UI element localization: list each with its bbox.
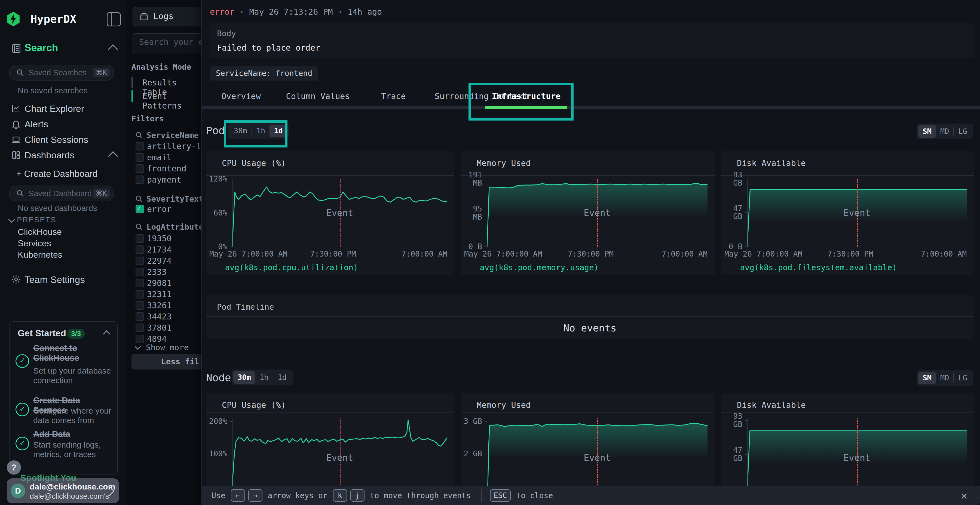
sidebar-collapse-icon[interactable]	[107, 12, 121, 26]
filter-option-label: 32311	[147, 289, 172, 299]
y-tick-label: 120%	[206, 175, 227, 183]
chevron-up-icon	[108, 44, 118, 54]
y-tick-label: 60%	[206, 209, 227, 217]
checkbox[interactable]	[135, 279, 144, 287]
filter-option[interactable]: 22974	[135, 256, 201, 266]
tab-overview[interactable]: Overview	[210, 87, 272, 106]
create-dashboard-button[interactable]: + Create Dashboard	[0, 167, 126, 182]
event-detail-panel: error · May 26 7:13:26 PM · 14h ago Body…	[202, 0, 980, 505]
source-selector-button[interactable]: Logs	[132, 7, 203, 26]
help-button[interactable]: ?	[7, 461, 21, 475]
filter-option[interactable]: frontend	[135, 163, 201, 174]
sidebar-item-alerts[interactable]: Alerts	[0, 117, 126, 132]
saved-dashboards-input[interactable]	[28, 188, 92, 199]
saved-searches-search[interactable]: ⌘K	[9, 65, 114, 81]
filter-option-label: error	[147, 204, 172, 214]
filter-option[interactable]: 21734	[135, 245, 201, 255]
node-size-lg[interactable]: LG	[954, 372, 972, 384]
pod-size-lg[interactable]: LG	[954, 125, 972, 138]
user-profile-card[interactable]: D dale@clickhouse.com dale@clickhouse.co…	[7, 478, 119, 503]
get-started-step-desc: Set up your database connection	[33, 366, 112, 385]
sidebar-item-chart-explorer[interactable]: Chart Explorer	[0, 101, 126, 116]
x-axis-ticks: May 26 7:00:00 AM7:30:00 PM7:00:00 AM	[464, 249, 708, 259]
filter-option[interactable]: email	[135, 152, 201, 163]
get-started-step-desc: Start sending logs, metrics, or traces	[33, 440, 112, 459]
node-size-md[interactable]: MD	[936, 372, 954, 384]
show-more-button[interactable]: Show more	[135, 342, 195, 353]
shortcut-badge: ⌘K	[93, 68, 110, 77]
pod-size-md[interactable]: MD	[936, 125, 954, 138]
filter-option[interactable]: 34423	[135, 311, 201, 322]
checkbox[interactable]	[135, 312, 144, 321]
filter-option[interactable]: 2333	[135, 267, 201, 278]
chart-plot: Event	[487, 179, 708, 247]
node-range-1h[interactable]: 1h	[255, 371, 273, 384]
pod-size-sm[interactable]: SM	[918, 125, 936, 138]
filter-option[interactable]: 37801	[135, 322, 201, 333]
y-tick-label: 191 MB	[461, 171, 482, 187]
checkbox[interactable]	[135, 164, 144, 173]
event-marker-label: Event	[326, 453, 353, 463]
filter-option[interactable]: 19350	[135, 233, 201, 244]
less-filters-button[interactable]: Less fil	[132, 354, 202, 370]
filter-option[interactable]: payment	[135, 175, 201, 185]
analysis-mode-event-patterns[interactable]: Event Patterns	[132, 90, 200, 102]
checkbox[interactable]	[135, 257, 144, 265]
laptop-icon	[11, 134, 22, 145]
node-size-sm[interactable]: SM	[918, 372, 936, 384]
checkbox[interactable]	[135, 234, 144, 243]
footer-move-text: to move through events	[370, 491, 471, 500]
close-icon[interactable]: ✕	[958, 489, 970, 502]
filter-option[interactable]: 33261	[135, 300, 201, 311]
checkbox[interactable]	[135, 153, 144, 162]
event-search-input[interactable]	[138, 37, 202, 47]
checkbox[interactable]	[135, 176, 144, 184]
sidebar-item-client-sessions[interactable]: Client Sessions	[0, 132, 126, 148]
node-range-30m[interactable]: 30m	[233, 371, 255, 384]
sidebar-item-search[interactable]: Search	[0, 41, 126, 56]
filter-option-label: 21734	[147, 245, 172, 254]
checkbox[interactable]	[135, 324, 144, 332]
checkbox[interactable]	[135, 301, 144, 310]
event-marker-label: Event	[843, 208, 870, 218]
pod-range-30m[interactable]: 30m	[229, 125, 251, 137]
chart-icon	[11, 103, 22, 114]
pod-range-1d[interactable]: 1d	[269, 125, 287, 137]
node-range-1d[interactable]: 1d	[273, 371, 291, 384]
service-tag[interactable]: ServiceName: frontend	[210, 67, 318, 81]
chart-title: CPU Usage (%)	[222, 400, 286, 410]
chart-legend: —avg(k8s.pod.filesystem.available)	[732, 263, 897, 272]
analysis-mode-results-table[interactable]: Results Table	[132, 76, 200, 89]
checkbox[interactable]	[135, 142, 144, 151]
filter-option[interactable]: artillery-loa	[135, 141, 201, 152]
sidebar-item-dashboards[interactable]: Dashboards	[0, 148, 126, 163]
event-marker-label: Event	[584, 208, 611, 218]
checkbox-checked[interactable]	[135, 205, 144, 213]
event-marker-label: Event	[584, 453, 611, 463]
saved-searches-input[interactable]	[28, 67, 92, 78]
chart-plot: Event	[232, 179, 447, 247]
saved-dashboards-search[interactable]: ⌘K	[9, 186, 114, 201]
preset-services[interactable]: Services	[18, 238, 51, 248]
tab-column-values[interactable]: Column Values	[272, 87, 364, 106]
filter-option-label: 19350	[147, 234, 172, 243]
event-search-box[interactable]	[132, 33, 203, 53]
sidebar-item-team-settings[interactable]: Team Settings	[0, 272, 126, 287]
logs-source-icon	[139, 12, 149, 22]
filter-option[interactable]: 32311	[135, 289, 201, 300]
chevron-up-icon[interactable]	[103, 330, 110, 338]
checkbox[interactable]	[135, 268, 144, 276]
tab-infrastructure[interactable]: Infrastructure	[485, 87, 567, 106]
filter-option[interactable]: 29081	[135, 278, 201, 289]
tab-trace[interactable]: Trace	[364, 87, 423, 106]
x-tick-label: 7:30:00 PM	[827, 249, 873, 259]
preset-kubernetes[interactable]: Kubernetes	[18, 250, 62, 260]
get-started-card: Get Started 3/3 Connect to ClickHouse Se…	[9, 321, 118, 475]
preset-clickhouse[interactable]: ClickHouse	[18, 227, 62, 237]
pod-range-1h[interactable]: 1h	[252, 125, 270, 137]
checkbox[interactable]	[135, 290, 144, 299]
presets-toggle[interactable]: PRESETS	[17, 216, 56, 224]
filter-option[interactable]: error	[135, 204, 201, 215]
checkbox[interactable]	[135, 335, 144, 343]
checkbox[interactable]	[135, 245, 144, 254]
